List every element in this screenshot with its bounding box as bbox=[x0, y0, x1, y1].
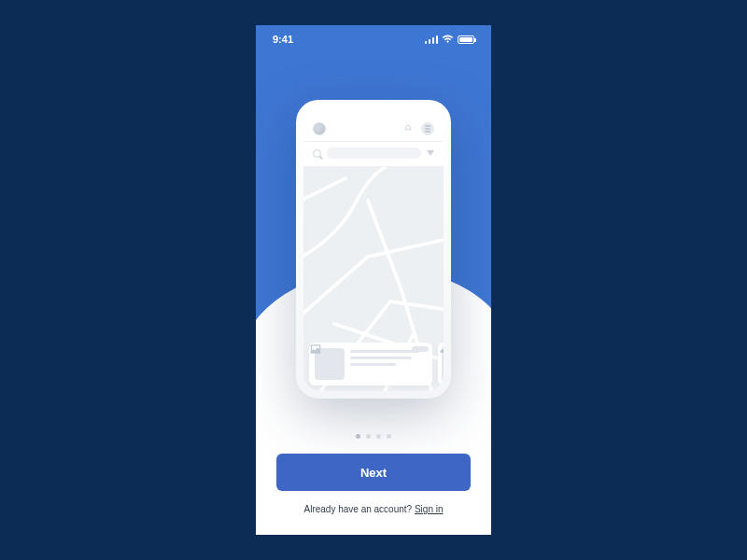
page-dot[interactable] bbox=[356, 434, 360, 439]
mockup-notch bbox=[344, 100, 403, 113]
next-button[interactable]: Next bbox=[276, 454, 471, 491]
page-indicator bbox=[276, 434, 471, 439]
status-time: 9:41 bbox=[273, 34, 293, 45]
page-dot[interactable] bbox=[366, 434, 371, 439]
status-icons bbox=[425, 35, 474, 44]
mockup-card-peek bbox=[438, 343, 444, 385]
mockup-map bbox=[303, 167, 444, 391]
page-dot[interactable] bbox=[387, 434, 391, 439]
bottom-area: Next Already have an account? Sign in bbox=[256, 434, 491, 535]
illustration-phone-mockup bbox=[296, 100, 451, 399]
signin-prompt-text: Already have an account? bbox=[304, 504, 415, 514]
image-placeholder-icon bbox=[442, 346, 444, 382]
search-icon bbox=[313, 149, 321, 158]
menu-icon bbox=[421, 122, 434, 135]
avatar-icon bbox=[313, 122, 326, 135]
signin-link[interactable]: Sign in bbox=[415, 504, 444, 514]
bell-icon bbox=[402, 123, 414, 134]
cellular-signal-icon bbox=[425, 35, 438, 44]
onboarding-screen: 9:41 bbox=[256, 25, 491, 535]
mockup-card-carousel bbox=[309, 343, 438, 385]
mockup-search-row bbox=[303, 142, 444, 167]
mockup-card bbox=[309, 343, 432, 385]
filter-icon bbox=[427, 150, 434, 156]
image-placeholder-icon bbox=[315, 348, 345, 380]
status-bar: 9:41 bbox=[256, 25, 491, 53]
mockup-search-bar bbox=[327, 147, 421, 159]
signin-prompt: Already have an account? Sign in bbox=[276, 504, 471, 514]
wifi-icon bbox=[442, 35, 454, 44]
battery-icon bbox=[458, 35, 474, 44]
page-dot[interactable] bbox=[376, 434, 381, 439]
